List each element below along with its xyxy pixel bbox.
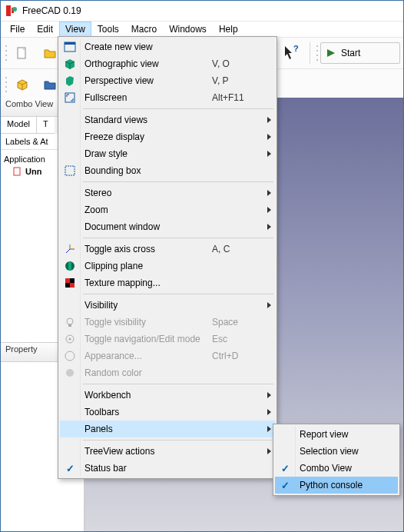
menu-zoom[interactable]: Zoom [60, 201, 275, 218]
menu-file[interactable]: File [4, 22, 31, 37]
panel-combo-view[interactable]: ✓ Combo View [275, 460, 398, 477]
svg-rect-9 [65, 42, 75, 45]
cube-icon [64, 75, 76, 87]
titlebar: FreeCAD 0.19 [1, 1, 403, 22]
menu-random-color: Random color [60, 364, 275, 381]
tab-model[interactable]: Model [1, 117, 37, 134]
menu-draw-style[interactable]: Draw style [60, 145, 275, 162]
clip-icon [64, 260, 76, 272]
menu-panels[interactable]: Panels [60, 421, 275, 437]
menu-texture-mapping[interactable]: Texture mapping... [60, 274, 275, 291]
menu-create-new-view[interactable]: Create new view [60, 38, 275, 55]
menu-freeze-display[interactable]: Freeze display [60, 128, 275, 145]
arrow-right-icon [326, 48, 336, 58]
color-icon [64, 367, 76, 379]
panel-selection-view[interactable]: Selection view [275, 443, 398, 460]
menu-toggle-visibility: Toggle visibilitySpace [60, 314, 275, 331]
menu-tools[interactable]: Tools [91, 22, 125, 37]
part-button[interactable] [9, 71, 35, 98]
menu-macro[interactable]: Macro [125, 22, 163, 37]
menu-toggle-axis-cross[interactable]: Toggle axis crossA, C [60, 241, 275, 258]
check-icon: ✓ [281, 480, 290, 491]
menu-windows[interactable]: Windows [163, 22, 213, 37]
toolbar-grip-icon[interactable] [4, 74, 8, 95]
svg-point-2 [12, 7, 17, 12]
panel-python-console[interactable]: ✓ Python console [275, 477, 398, 494]
whats-this-button[interactable]: ? [279, 40, 305, 66]
view-menu-dropdown: Create new view Orthographic viewV, O Pe… [58, 36, 277, 479]
menu-status-bar[interactable]: ✓ Status bar [60, 460, 275, 477]
menu-perspective-view[interactable]: Perspective viewV, P [60, 72, 275, 89]
menu-edit[interactable]: Edit [31, 22, 59, 37]
svg-rect-19 [65, 283, 70, 288]
svg-point-21 [67, 318, 73, 324]
menu-workbench[interactable]: Workbench [60, 387, 275, 404]
menu-stereo[interactable]: Stereo [60, 185, 275, 201]
window-title: FreeCAD 0.19 [22, 5, 81, 16]
svg-rect-18 [70, 278, 75, 283]
menu-standard-views[interactable]: Standard views [60, 111, 275, 128]
svg-rect-16 [68, 261, 71, 271]
svg-line-14 [66, 249, 70, 253]
menu-toggle-navigation: Toggle navigation/Edit modeEsc [60, 331, 275, 347]
workbench-label: Start [341, 48, 360, 58]
check-icon: ✓ [281, 463, 290, 474]
menu-document-window[interactable]: Document window [60, 218, 275, 235]
menu-appearance: Appearance...Ctrl+D [60, 347, 275, 364]
svg-point-24 [69, 338, 71, 341]
bbox-icon [64, 165, 76, 177]
svg-text:?: ? [293, 44, 299, 53]
svg-point-25 [65, 351, 75, 361]
menu-visibility[interactable]: Visibility [60, 297, 275, 314]
menubar: File Edit View Tools Macro Windows Help [1, 22, 403, 37]
svg-rect-11 [65, 166, 75, 175]
submenu-arrow-icon [267, 117, 271, 123]
svg-rect-17 [65, 278, 70, 283]
menu-toolbars[interactable]: Toolbars [60, 404, 275, 421]
cube-icon [64, 58, 76, 70]
svg-point-26 [66, 369, 74, 377]
menu-treeview-actions[interactable]: TreeView actions [60, 443, 275, 460]
appearance-icon [64, 350, 76, 362]
axis-icon [64, 243, 76, 255]
panels-submenu: Report view Selection view ✓ Combo View … [273, 424, 400, 496]
window-icon [64, 41, 76, 53]
check-icon: ✓ [66, 463, 75, 474]
lightbulb-icon [64, 316, 76, 328]
tab-tasks[interactable]: T [37, 117, 55, 134]
svg-rect-7 [14, 168, 20, 175]
menu-clipping-plane[interactable]: Clipping plane [60, 258, 275, 274]
nav-icon [64, 333, 76, 345]
app-window: FreeCAD 0.19 File Edit View Tools Macro … [0, 0, 404, 532]
menu-bounding-box[interactable]: Bounding box [60, 162, 275, 179]
menu-help[interactable]: Help [213, 22, 244, 37]
svg-marker-6 [327, 49, 335, 57]
menu-fullscreen[interactable]: FullscreenAlt+F11 [60, 89, 275, 106]
svg-rect-10 [65, 93, 75, 102]
svg-rect-0 [6, 5, 11, 16]
toolbar-grip-icon[interactable] [315, 42, 319, 64]
app-logo-icon [5, 5, 18, 17]
new-file-button[interactable] [9, 40, 35, 66]
toolbar-grip-icon[interactable] [4, 42, 8, 64]
panel-report-view[interactable]: Report view [275, 426, 398, 443]
menu-orthographic-view[interactable]: Orthographic viewV, O [60, 55, 275, 72]
svg-rect-20 [70, 283, 75, 288]
workbench-selector[interactable]: Start [320, 42, 400, 64]
fullscreen-icon [64, 91, 76, 104]
texture-icon [64, 277, 76, 289]
menu-view[interactable]: View [59, 22, 91, 37]
document-icon [13, 167, 22, 176]
svg-rect-22 [68, 324, 71, 327]
